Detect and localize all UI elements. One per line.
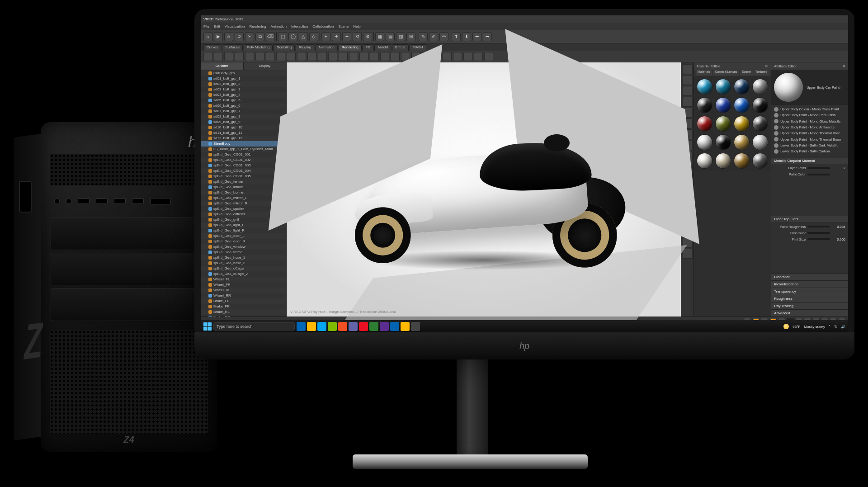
taskbar-search[interactable]: Type here to search <box>213 322 295 331</box>
menu-visualization[interactable]: Visualization <box>225 24 245 28</box>
shelf-tab-mash[interactable]: MASH <box>410 44 426 51</box>
taskbar-app-icon[interactable] <box>317 322 326 331</box>
toolbar-button[interactable]: ⌫ <box>266 32 275 41</box>
assignment-row[interactable]: Upper Body Paint - Mono Anthracite <box>774 125 845 130</box>
hs-tab[interactable]: Materials <box>696 70 712 76</box>
hs-tab[interactable]: Camera/Lenses <box>713 70 739 76</box>
material-swatch[interactable] <box>697 116 712 132</box>
toolbar-button[interactable]: ⌂ <box>203 32 212 41</box>
shelf-button[interactable] <box>463 52 472 61</box>
toolbar-button[interactable]: ▦ <box>375 32 384 41</box>
outliner-item[interactable]: spBld_Geo_door_R <box>201 239 286 244</box>
usb-c-port[interactable] <box>132 199 144 204</box>
shelf-button[interactable] <box>276 52 285 61</box>
taskbar-app-icon[interactable] <box>390 322 399 331</box>
shelf-button[interactable] <box>370 52 379 61</box>
outliner-item[interactable]: Wheel_FR <box>201 282 286 288</box>
material-assignments[interactable]: Upper Body Colour - Mono Gloss PaintUppe… <box>771 105 848 156</box>
taskbar-tray[interactable]: 63°F Mostly sunny ˄ ⇅ 🔊 <box>783 324 845 329</box>
strip-cut[interactable] <box>683 249 693 259</box>
left-tab-outliner[interactable]: Outliner <box>201 62 244 70</box>
shelf-button[interactable] <box>297 52 306 61</box>
material-swatch[interactable] <box>697 153 712 169</box>
collapsed-section[interactable]: Roughness <box>771 295 848 302</box>
chevron-up-icon[interactable]: ˄ <box>829 325 830 329</box>
viewport[interactable]: V-RED GPU Raytrace - Image Samples 17 Re… <box>287 62 681 317</box>
material-swatch[interactable] <box>715 134 731 150</box>
collapsed-section[interactable]: Transparency <box>771 288 848 295</box>
outliner-item[interactable]: sd07_bolt_grp_7 <box>201 109 286 114</box>
taskbar-app-icon[interactable] <box>297 322 306 331</box>
toolbar-button[interactable]: ⧉ <box>255 32 264 41</box>
power-button[interactable] <box>54 199 60 204</box>
material-swatch[interactable] <box>734 97 750 113</box>
outliner-item[interactable]: sd06_bolt_grp_6 <box>201 103 286 109</box>
shelf-tab-surfaces[interactable]: Surfaces <box>222 44 243 51</box>
outliner-item[interactable]: sd05_bolt_grp_5 <box>201 98 286 103</box>
toolbar-button[interactable]: ✐ <box>429 32 438 41</box>
menu-help[interactable]: Help <box>353 24 360 28</box>
shelf-button[interactable] <box>307 52 316 61</box>
assignment-row[interactable]: Lower Body Paint - Satin Carbon <box>774 149 845 154</box>
toolbar-button[interactable]: ⟲ <box>353 32 362 41</box>
shelf-tab-bifrost[interactable]: Bifrost <box>392 44 409 51</box>
taskbar-app-icon[interactable] <box>307 322 316 331</box>
toolbar-button[interactable]: ↺ <box>235 32 244 41</box>
hs-tab[interactable]: Scene <box>740 70 753 76</box>
material-swatch[interactable] <box>697 134 712 150</box>
toolbar-button[interactable]: ✏ <box>439 32 448 41</box>
strip-scenemgr[interactable] <box>683 64 693 74</box>
toolbar-button[interactable]: ➡ <box>483 32 492 41</box>
attr-sliders-2[interactable]: Paint Roughness0.084Flint ColorFlint Siz… <box>771 222 848 273</box>
material-swatch[interactable] <box>734 79 750 95</box>
outliner-item[interactable]: sd02_bolt_grp_2 <box>201 81 286 87</box>
assignment-row[interactable]: Upper Body Paint - Mono Thermal Base <box>774 131 845 136</box>
usb-a-port-3[interactable] <box>114 199 126 204</box>
outliner-item[interactable]: sd03_bolt_grp_3 <box>201 87 286 92</box>
toolbar-button[interactable]: ⊞ <box>406 32 415 41</box>
outliner-item[interactable]: sd09_bolt_grp_9 <box>201 119 286 125</box>
slider-row[interactable]: Paint Roughness0.084 <box>774 224 845 229</box>
toolbar-button[interactable]: ✎ <box>419 32 428 41</box>
material-swatch[interactable] <box>697 97 712 113</box>
taskbar-app-icon[interactable] <box>328 322 337 331</box>
toolbar-button[interactable]: ◯ <box>288 32 297 41</box>
outliner-item[interactable]: LS_Build_grp_1_Low_Cylinder_Main <box>201 147 286 152</box>
slider-track[interactable] <box>807 226 830 227</box>
collapsed-section[interactable]: Clearcoat <box>771 273 848 280</box>
audio-jack[interactable] <box>66 199 71 204</box>
shelf-button[interactable] <box>318 52 327 61</box>
taskbar-app-icon[interactable] <box>359 322 368 331</box>
outliner-item[interactable]: spBld_Geo_CG01_003 <box>201 163 286 168</box>
material-swatch[interactable] <box>752 97 768 113</box>
outliner-item[interactable]: spBld_Geo_hose_2 <box>201 260 286 266</box>
material-swatch[interactable] <box>752 153 768 169</box>
assignment-row[interactable]: Upper Body Paint - Mono Thermal Brown <box>774 137 845 142</box>
toolbar-button[interactable]: ◇ <box>309 32 318 41</box>
toolbar-button[interactable]: △ <box>299 32 308 41</box>
taskbar-app-icon[interactable] <box>380 322 389 331</box>
outliner-item[interactable]: spBld_Geo_CG01_001 <box>201 152 286 157</box>
toolbar-button[interactable]: ▤ <box>386 32 395 41</box>
outliner-item[interactable]: spBld_Geo_cCage <box>201 266 286 271</box>
shelf-tab-curves[interactable]: Curves <box>203 44 221 51</box>
slider-track[interactable] <box>807 232 830 234</box>
close-icon[interactable]: ✕ <box>765 64 768 68</box>
menu-rendering[interactable]: Rendering <box>249 24 266 28</box>
attr-collapsed-sections[interactable]: ClearcoatIncandescenceTransparencyRoughn… <box>771 273 848 317</box>
material-swatch[interactable] <box>752 79 768 95</box>
shelf-button[interactable] <box>443 52 452 61</box>
taskbar-app-icon[interactable] <box>349 322 358 331</box>
shelf-tab-arnold[interactable]: Arnold <box>374 44 391 51</box>
material-swatch[interactable] <box>715 79 731 95</box>
outliner-item[interactable]: Wheel_RR <box>201 293 286 298</box>
shelf-button[interactable] <box>255 52 264 61</box>
toolbar-button[interactable]: ⚙ <box>363 32 372 41</box>
outliner-item[interactable]: Wheel_RL <box>201 288 286 293</box>
material-swatch-grid[interactable] <box>694 76 771 171</box>
shelf-button[interactable] <box>349 52 358 61</box>
toolbar-button[interactable]: ⬅ <box>472 32 481 41</box>
sd-card-slot[interactable] <box>150 198 171 204</box>
slider-row[interactable]: Layer Level2 <box>774 165 845 171</box>
material-swatch[interactable] <box>715 116 731 132</box>
